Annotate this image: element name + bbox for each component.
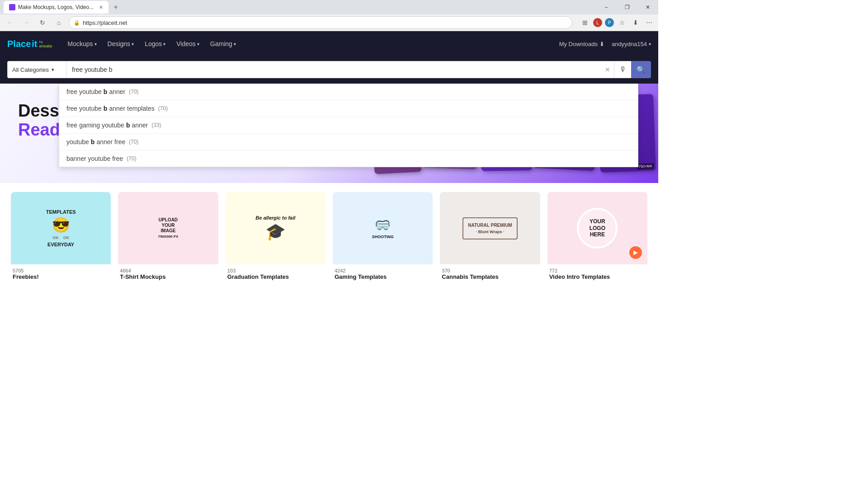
minimize-button[interactable]: − xyxy=(596,0,617,14)
chevron-down-icon: ▾ xyxy=(197,42,199,47)
autocomplete-item-5[interactable]: banner youtube free (70) xyxy=(59,150,638,167)
card-count-video: 772 xyxy=(549,268,646,273)
logo[interactable]: Placeit by envato xyxy=(7,39,52,49)
search-input-wrapper: ✕ xyxy=(66,61,614,78)
card-image-freebies: TEMPLATES 😎 OK OK EVERYDAY xyxy=(11,192,111,264)
browser-tab[interactable]: Make Mockups, Logos, Video... ✕ xyxy=(4,1,108,14)
autocomplete-text-rest: anner templates xyxy=(109,105,154,112)
page-content: Placeit by envato Mockups ▾ Designs ▾ Lo… xyxy=(0,31,658,369)
card-count-gaming: 4242 xyxy=(335,268,431,273)
logo-by-text: by xyxy=(39,40,52,44)
tab-close-btn[interactable]: ✕ xyxy=(99,5,103,10)
autocomplete-item-2[interactable]: free youtube banner templates (70) xyxy=(59,100,638,117)
nav-videos[interactable]: Videos ▾ xyxy=(172,38,204,50)
refresh-button[interactable]: ↻ xyxy=(36,16,49,29)
card-name-video: Video Intro Templates xyxy=(549,273,646,280)
autocomplete-count: (70) xyxy=(129,89,138,95)
play-icon: ▶ xyxy=(629,246,642,259)
card-name-gaming: Gaming Templates xyxy=(335,273,431,280)
card-name-cannabis: Cannabis Templates xyxy=(442,273,538,280)
autocomplete-text-rest: anner free xyxy=(96,138,125,145)
search-button[interactable]: 🔍 xyxy=(631,61,651,78)
card-name-freebies: Freebies! xyxy=(13,273,109,280)
url-bar[interactable]: 🔒 https://placeit.net xyxy=(69,16,572,29)
chevron-down-icon: ▾ xyxy=(52,67,54,73)
voice-search-button[interactable]: 🎙 xyxy=(614,61,631,78)
card-image-gaming: 🥽 SHOOTING xyxy=(333,192,433,264)
extensions-icon[interactable]: ⊞ xyxy=(580,17,590,28)
ext-icon-2[interactable]: P xyxy=(605,18,614,27)
search-clear-icon[interactable]: ✕ xyxy=(605,66,610,73)
card-image-tshirt: UPLOADYOURIMAGE750X000 PX xyxy=(118,192,218,264)
lock-icon: 🔒 xyxy=(74,20,80,26)
autocomplete-text-bold: b xyxy=(91,138,95,145)
card-freebies[interactable]: TEMPLATES 😎 OK OK EVERYDAY 5705 Freebies… xyxy=(11,192,111,282)
autocomplete-item-4[interactable]: youtube banner free (70) xyxy=(59,134,638,150)
nav-designs[interactable]: Designs ▾ xyxy=(103,38,139,50)
card-name-tshirt: T-Shirt Mockups xyxy=(120,273,216,280)
autocomplete-count: (70) xyxy=(158,105,168,112)
download-icon: ⬇ xyxy=(599,41,604,47)
restore-button[interactable]: ❐ xyxy=(617,0,637,14)
chevron-down-icon: ▾ xyxy=(234,42,236,47)
template-grid: TEMPLATES 😎 OK OK EVERYDAY 5705 Freebies… xyxy=(0,183,658,291)
forward-button[interactable]: → xyxy=(20,16,33,29)
autocomplete-count: (70) xyxy=(129,139,138,145)
card-image-video: YOURLOGOHERE ▶ xyxy=(547,192,647,264)
nav-right: My Downloads ⬇ andyydna154 ▾ xyxy=(559,41,651,47)
autocomplete-text-bold: b xyxy=(104,88,108,95)
autocomplete-item-1[interactable]: free youtube banner (70) xyxy=(59,84,638,100)
autocomplete-count: (70) xyxy=(127,155,136,162)
card-graduation[interactable]: Be allergic to fail 🎓 103 Graduation Tem… xyxy=(226,192,326,282)
tab-title: Make Mockups, Logos, Video... xyxy=(18,4,94,10)
nav-gaming[interactable]: Gaming ▾ xyxy=(206,38,241,50)
chevron-down-icon: ▾ xyxy=(94,42,97,47)
nav-logos[interactable]: Logos ▾ xyxy=(140,38,170,50)
ext-icon-1[interactable]: L xyxy=(593,18,602,27)
card-count-tshirt: 4664 xyxy=(120,268,216,273)
card-name-graduation: Graduation Templates xyxy=(227,273,324,280)
card-count-freebies: 5705 xyxy=(13,268,109,273)
settings-icon[interactable]: ⋯ xyxy=(644,17,655,28)
chevron-down-icon: ▾ xyxy=(649,42,651,47)
autocomplete-text-normal: banner youtube free xyxy=(66,155,123,162)
microphone-icon: 🎙 xyxy=(619,66,627,74)
chevron-down-icon: ▾ xyxy=(163,42,165,47)
autocomplete-text-normal: free xyxy=(66,122,77,129)
home-button[interactable]: ⌂ xyxy=(52,16,65,29)
card-tshirt[interactable]: UPLOADYOURIMAGE750X000 PX 4664 T-Shirt M… xyxy=(118,192,218,282)
autocomplete-text-normal: youtube xyxy=(66,138,89,145)
card-image-cannabis: NATURAL PREMIUM · Blunt Wraps · xyxy=(440,192,540,264)
new-tab-button[interactable]: + xyxy=(110,2,121,13)
back-button[interactable]: ← xyxy=(4,16,16,29)
tab-favicon xyxy=(9,4,15,10)
autocomplete-text-rest: anner xyxy=(109,88,125,95)
nav-links: Mockups ▾ Designs ▾ Logos ▾ Videos ▾ Gam… xyxy=(63,38,241,50)
search-container: All Categories ▾ ✕ 🎙 🔍 free youtube bann… xyxy=(0,56,658,84)
downloads-icon[interactable]: ⬇ xyxy=(630,17,641,28)
favorites-icon[interactable]: ☆ xyxy=(617,17,627,28)
user-menu[interactable]: andyydna154 ▾ xyxy=(612,41,651,47)
autocomplete-dropdown: free youtube banner (70) free youtube ba… xyxy=(59,84,638,167)
search-input[interactable] xyxy=(66,61,614,78)
logo-envato-text: envato xyxy=(39,44,52,48)
search-icon: 🔍 xyxy=(637,66,646,74)
card-video-intro[interactable]: YOURLOGOHERE ▶ 772 Video Intro Templates xyxy=(547,192,647,282)
autocomplete-count-3: (33) xyxy=(151,122,161,128)
card-count-cannabis: 370 xyxy=(442,268,538,273)
url-text: https://placeit.net xyxy=(83,19,127,26)
image-label: 750×MA xyxy=(637,163,654,169)
chevron-down-icon: ▾ xyxy=(132,42,134,47)
autocomplete-text-bold: b xyxy=(104,105,108,112)
nav-mockups[interactable]: Mockups ▾ xyxy=(63,38,101,50)
navbar: Placeit by envato Mockups ▾ Designs ▾ Lo… xyxy=(0,31,658,56)
autocomplete-item-3[interactable]: free gaming youtube banner (33) xyxy=(59,117,638,134)
card-image-graduation: Be allergic to fail 🎓 xyxy=(226,192,326,264)
card-gaming[interactable]: 🥽 SHOOTING 4242 Gaming Templates xyxy=(333,192,433,282)
category-dropdown[interactable]: All Categories ▾ xyxy=(7,61,66,78)
card-cannabis[interactable]: NATURAL PREMIUM · Blunt Wraps · 370 Cann… xyxy=(440,192,540,282)
autocomplete-text-normal: free youtube xyxy=(66,88,102,95)
close-button[interactable]: ✕ xyxy=(637,0,658,14)
my-downloads-link[interactable]: My Downloads ⬇ xyxy=(559,41,604,47)
autocomplete-text-normal: free youtube xyxy=(66,105,102,112)
